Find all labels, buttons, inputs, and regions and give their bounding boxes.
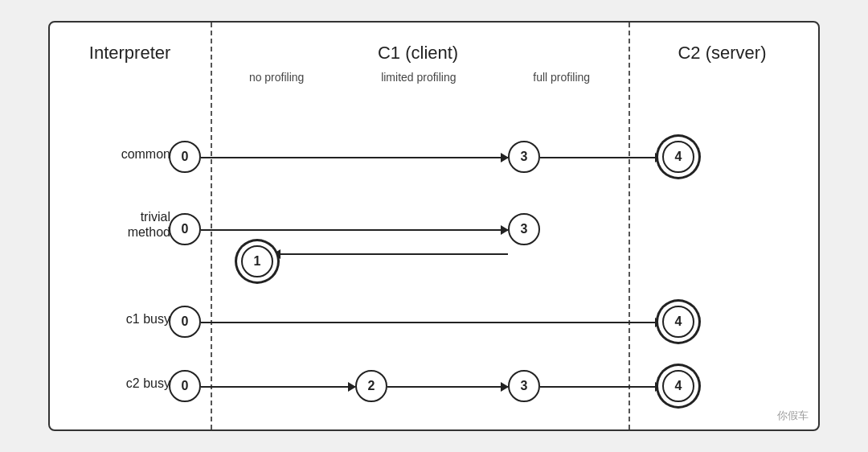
circle-c2busy-0: 0	[169, 370, 201, 402]
circle-trivial-0: 0	[169, 213, 201, 245]
circle-common-3: 3	[508, 141, 540, 173]
subheader-row: no profiling limited profiling full prof…	[211, 71, 628, 84]
dashed-line-right	[628, 23, 630, 429]
arrow-common-3-4	[540, 157, 662, 158]
circle-common-4: 4	[662, 141, 694, 173]
arrow-c2busy-0-2	[201, 386, 355, 388]
arrow-trivial-0-3	[201, 229, 508, 231]
row-label-c2busy: c2 busy	[58, 376, 170, 391]
subheader-no-profiling: no profiling	[249, 71, 305, 84]
row-label-common: common	[58, 147, 170, 162]
circle-c2busy-2: 2	[355, 370, 387, 402]
arrow-trivial-3-1	[273, 253, 508, 255]
col-header-c1: C1 (client)	[210, 43, 626, 64]
arrow-c2busy-3-4	[540, 386, 662, 388]
col-header-interpreter: Interpreter	[50, 43, 210, 64]
circle-trivial-1: 1	[241, 245, 273, 277]
arrow-c1busy-0-4	[201, 322, 662, 323]
header-row: Interpreter C1 (client) C2 (server)	[50, 37, 818, 69]
arrow-common-0-3	[201, 157, 508, 158]
circle-c2busy-4: 4	[662, 370, 694, 402]
diagram-container: Interpreter C1 (client) C2 (server) no p…	[48, 21, 820, 431]
circle-trivial-3: 3	[508, 213, 540, 245]
subheader-limited-profiling: limited profiling	[381, 71, 456, 84]
row-label-c1busy: c1 busy	[58, 312, 170, 327]
dashed-line-left	[211, 23, 212, 429]
col-header-c2: C2 (server)	[626, 43, 818, 64]
circle-c1busy-4: 4	[662, 306, 694, 338]
watermark: 你假车	[777, 409, 809, 423]
subheader-full-profiling: full profiling	[533, 71, 590, 84]
circle-c2busy-3: 3	[508, 370, 540, 402]
circle-common-0: 0	[169, 141, 201, 173]
row-label-trivial: trivialmethod	[58, 209, 170, 240]
circle-c1busy-0: 0	[169, 306, 201, 338]
arrow-c2busy-2-3	[387, 386, 508, 388]
